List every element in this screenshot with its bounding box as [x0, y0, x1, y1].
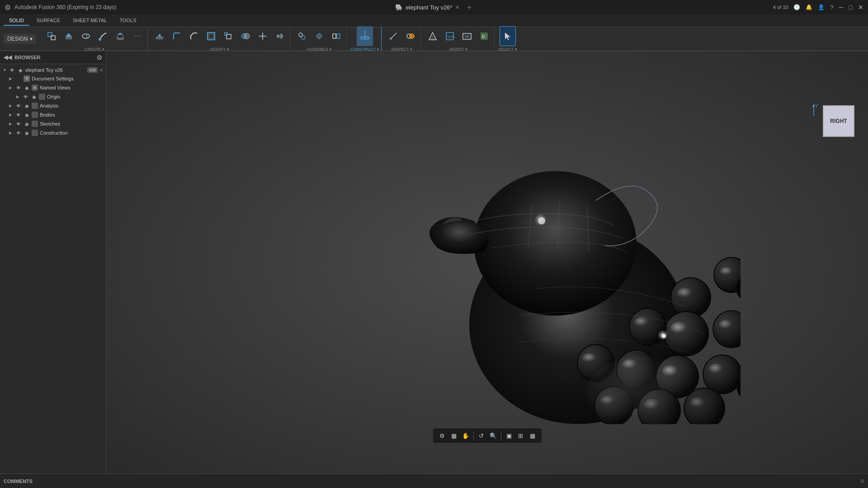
- visibility-icon: 👁: [15, 131, 22, 136]
- maximize-button[interactable]: □: [849, 4, 853, 11]
- secondary-icon: ◉: [24, 113, 30, 117]
- scale-btn[interactable]: [220, 26, 236, 46]
- minimize-button[interactable]: ─: [839, 4, 844, 11]
- extrude-btn[interactable]: [61, 26, 77, 46]
- fillet-btn[interactable]: [169, 26, 185, 46]
- visibility-icon[interactable]: 👁: [9, 68, 15, 73]
- interference-btn[interactable]: [402, 26, 419, 46]
- insert-svg-btn[interactable]: SVG: [442, 26, 458, 46]
- align-btn[interactable]: [272, 26, 288, 46]
- effects-btn[interactable]: ▦: [527, 430, 538, 441]
- grid-btn[interactable]: ⊞: [515, 430, 526, 441]
- bell-icon: 🔔: [806, 4, 812, 10]
- zoom-btn[interactable]: 🔍: [488, 430, 499, 441]
- folder-icon: ▦: [32, 84, 38, 91]
- svg-point-16: [244, 33, 250, 39]
- press-pull-btn[interactable]: [151, 26, 168, 46]
- tree-origin[interactable]: ▶ 👁 ◉ Origin: [0, 92, 106, 101]
- orbit-btn[interactable]: ↺: [476, 430, 487, 441]
- insert-mesh-btn[interactable]: [425, 26, 441, 46]
- attached-canvas-btn[interactable]: [459, 26, 475, 46]
- user-icon: 👤: [818, 4, 825, 10]
- add-tab-icon[interactable]: ＋: [466, 3, 473, 12]
- comments-close-icon[interactable]: ⊙: [860, 478, 864, 484]
- close-button[interactable]: ✕: [858, 4, 863, 11]
- svg-rect-10: [156, 37, 163, 39]
- main-layout: ◀◀ BROWSER ⊙ ▼ 👁 ◉ elephant Toy v26 v26 …: [0, 51, 868, 474]
- tree-doc-settings[interactable]: ▶ ⚙ Document Settings: [0, 74, 106, 83]
- select-group: SELECT ▾: [496, 27, 519, 51]
- chamfer-btn[interactable]: [186, 26, 202, 46]
- doc-settings-label: Document Settings: [32, 76, 74, 81]
- title-bar: ⚙ Autodesk Fusion 360 (Expiring in 23 da…: [0, 0, 868, 14]
- clock-icon: 🕐: [793, 4, 800, 10]
- more-create-btn[interactable]: ⋯: [129, 26, 146, 46]
- assemble-group: ASSEMBLE ▾: [292, 27, 347, 51]
- display-mode-btn[interactable]: ▦: [448, 430, 459, 441]
- app-logo-icon: ⚙: [5, 3, 11, 12]
- tree-named-views[interactable]: ▶ 👁 ◉ ▦ Named Views: [0, 83, 106, 92]
- view-cube[interactable]: RIGHT: [823, 105, 859, 141]
- decal-btn[interactable]: D: [476, 26, 492, 46]
- shell-btn[interactable]: [203, 26, 219, 46]
- close-root-icon[interactable]: ✕: [99, 68, 103, 73]
- tab-sheet-metal[interactable]: SHEET METAL: [67, 16, 112, 26]
- secondary-icon: ◉: [24, 131, 30, 136]
- tree-analysis[interactable]: ▶ 👁 ◉ Analysis: [0, 101, 106, 110]
- tree-construction[interactable]: ▶ 👁 ◉ Construction: [0, 128, 106, 137]
- toolbar-container: SOLID SURFACE SHEET METAL TOOLS DESIGN ▾: [0, 14, 868, 51]
- app-title: Autodesk Fusion 360 (Expiring in 23 days…: [14, 4, 116, 10]
- view-cube-face[interactable]: RIGHT: [823, 105, 854, 137]
- assemble-btn[interactable]: [294, 26, 310, 46]
- select-btn[interactable]: [500, 26, 516, 46]
- bodies-label: Bodies: [40, 112, 55, 117]
- combine-btn[interactable]: [237, 26, 254, 46]
- tree-sketches[interactable]: ▶ 👁 ◉ Sketches: [0, 119, 106, 128]
- analysis-icon: [32, 103, 38, 109]
- viewport[interactable]: Y RIGHT: [106, 51, 868, 474]
- tree-root-item[interactable]: ▼ 👁 ◉ elephant Toy v26 v26 ✕: [0, 66, 106, 74]
- tab-surface[interactable]: SURFACE: [31, 16, 66, 26]
- tab-solid[interactable]: SOLID: [4, 16, 29, 26]
- joint-btn[interactable]: [311, 26, 327, 46]
- construct-active-btn[interactable]: [357, 26, 373, 46]
- expand-arrow: ▶: [9, 76, 14, 81]
- page-info: 4 of 10: [773, 5, 788, 10]
- move-copy-btn[interactable]: [255, 26, 271, 46]
- svg-point-56: [677, 287, 693, 298]
- main-toolbar: DESIGN ▾: [0, 27, 868, 51]
- sweep-btn[interactable]: [95, 26, 111, 46]
- loft-btn[interactable]: [112, 26, 128, 46]
- svg-point-5: [99, 38, 101, 41]
- svg-point-22: [302, 36, 305, 39]
- svg-point-34: [410, 34, 414, 38]
- svg-point-55: [671, 278, 710, 317]
- file-icon: 🐘: [395, 4, 403, 11]
- visibility-icon: 👁: [15, 113, 22, 117]
- visibility-icon: 👁: [23, 94, 29, 99]
- tab-bar: SOLID SURFACE SHEET METAL TOOLS: [0, 14, 868, 27]
- tab-tools[interactable]: TOOLS: [114, 16, 142, 26]
- pan-btn[interactable]: ✋: [460, 430, 471, 441]
- title-left: ⚙ Autodesk Fusion 360 (Expiring in 23 da…: [5, 3, 116, 12]
- measure-btn[interactable]: [385, 26, 401, 46]
- design-dropdown[interactable]: DESIGN ▾: [4, 34, 36, 44]
- visual-style-btn[interactable]: ▣: [504, 430, 514, 441]
- viewport-settings-btn[interactable]: ⚙: [437, 430, 448, 441]
- model-3d: [379, 130, 741, 424]
- revolve-btn[interactable]: [78, 26, 94, 46]
- new-component-btn[interactable]: [43, 26, 60, 46]
- collapse-icon[interactable]: ◀◀: [4, 54, 12, 61]
- settings-icon: ⚙: [24, 75, 30, 82]
- tree-bodies[interactable]: ▶ 👁 ◉ Bodies: [0, 110, 106, 119]
- version-badge: v26: [87, 67, 98, 73]
- browser-settings-icon[interactable]: ⊙: [97, 54, 102, 61]
- expand-icon: ▼: [3, 68, 7, 72]
- view-cube-label: RIGHT: [830, 118, 847, 124]
- svg-point-59: [719, 319, 733, 329]
- svg-point-68: [709, 363, 724, 374]
- viewport-controls: ⚙ ▦ ✋ ↺ 🔍 ▣ ⊞ ▦: [433, 428, 542, 443]
- rigid-group-btn[interactable]: [328, 26, 344, 46]
- close-tab-icon[interactable]: ✕: [455, 5, 459, 10]
- svg-rect-28: [337, 34, 340, 38]
